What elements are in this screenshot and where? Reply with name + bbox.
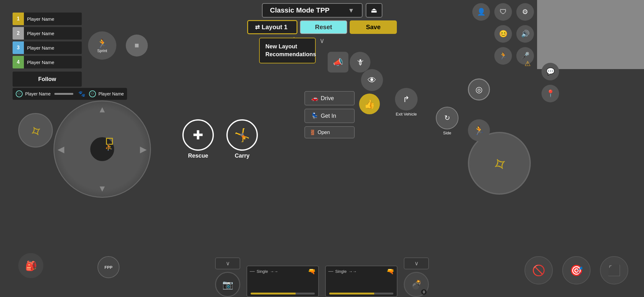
drive-button[interactable]: 🚗 Drive <box>304 91 355 105</box>
bullet-icon-left: ⟡ <box>26 120 45 141</box>
save-button[interactable]: Save <box>350 20 397 34</box>
gear-icon: ⚙ <box>522 8 528 16</box>
open-icon: 🚪 <box>309 129 316 135</box>
shield-icon: 🛡 <box>500 8 507 16</box>
fpp-button[interactable]: FPP <box>97 256 119 278</box>
player-icon-button[interactable]: 👤 <box>472 3 490 21</box>
exit-vehicle-button[interactable]: ↱ Exit Vehicle <box>395 88 418 116</box>
prone-button[interactable]: ⬛ <box>600 256 628 284</box>
extra-action-icon: ⏏ <box>371 6 377 14</box>
joystick-area[interactable]: ▲ ▼ ◀ ▶ ⛹ <box>53 100 151 198</box>
menu-list-button[interactable]: ≡ <box>126 35 148 57</box>
sprint-button[interactable]: 🏃 Sprint <box>88 31 116 60</box>
get-in-button[interactable]: 💺 Get In <box>304 109 355 123</box>
carry-icon: 🤸 <box>234 128 250 143</box>
player-num-3: 3 <box>13 41 24 54</box>
tooltip-line2: Recommendations <box>265 51 316 57</box>
get-in-icon: 💺 <box>311 112 318 119</box>
settings-icon-button[interactable]: ⚙ <box>516 3 534 21</box>
player-item-3[interactable]: 3 Player Name <box>13 41 82 54</box>
eye-button[interactable]: 👁 <box>361 69 383 91</box>
smiley-icon-button[interactable]: 😊 <box>494 25 512 43</box>
map-button[interactable]: 📍 <box>541 85 559 102</box>
weapon-slot-2[interactable]: — Single →→ 🔫 <box>325 266 397 297</box>
weapon-slot-1[interactable]: — Single →→ 🔫 <box>247 266 319 297</box>
squad-row: 🛡 Player Name 🐾 🛡 Player Name <box>13 88 127 100</box>
vehicle-buttons: 🚗 Drive 💺 Get In 🚪 Open <box>304 91 355 138</box>
get-in-label: Get In <box>321 113 336 119</box>
weapon-2-mode-row: — Single →→ 🔫 <box>326 266 397 276</box>
megaphone-button[interactable]: 📣 <box>328 52 348 73</box>
run-icon: 🏃 <box>499 52 508 60</box>
carry-label: Carry <box>235 153 249 159</box>
run-right-icon: 🏃 <box>474 125 485 136</box>
player-list: 1 Player Name 2 Player Name 3 Player Nam… <box>13 13 82 87</box>
mic-icon: 🎤 <box>521 52 530 60</box>
backpack-button[interactable]: 🎒 <box>18 253 43 278</box>
weapon-slots: ∨ 📷 — Single →→ 🔫 — Single →→ 🔫 ∨ 💣 0 <box>145 244 499 297</box>
sprint-label: Sprint <box>97 49 107 53</box>
ammo-circle-right: ⟡ <box>468 132 531 195</box>
grenade-count: 0 <box>421 289 427 295</box>
smiley-icon: 😊 <box>499 30 508 38</box>
player-item-2[interactable]: 2 Player Name <box>13 27 82 40</box>
shield-icon-button[interactable]: 🛡 <box>494 3 512 21</box>
knife-icon: 🗡 <box>356 57 364 67</box>
chevron-down-icon: ∨ <box>319 37 325 45</box>
squad-player-name-1: Player Name <box>25 91 51 96</box>
squad-weapon-bar <box>54 93 73 95</box>
run-icon-button[interactable]: 🏃 <box>494 47 512 65</box>
like-button[interactable]: 👍 <box>359 94 380 114</box>
squad-shield-icon-2: 🛡 <box>89 90 96 97</box>
layout-button[interactable]: ⇄ Layout 1 <box>247 20 297 34</box>
joystick-outer[interactable]: ▲ ▼ ◀ ▶ ⛹ <box>53 100 151 198</box>
follow-button[interactable]: Follow <box>13 72 82 87</box>
right-icons-row2: 😊 🔊 <box>494 25 534 43</box>
mode-label: Classic Mode TPP <box>270 6 330 14</box>
fpp-label: FPP <box>104 265 112 270</box>
shield-cross-icon: 🚫 <box>532 264 545 277</box>
joystick-arrow-down: ▼ <box>98 184 107 194</box>
chevron-down-row[interactable]: ∨ <box>319 37 325 45</box>
new-layout-tooltip: New Layout Recommendations <box>259 38 316 63</box>
squad-shield-icon-1: 🛡 <box>16 90 23 97</box>
sniper-button[interactable]: 🎯 <box>562 256 591 284</box>
joystick-arrow-left: ◀ <box>58 144 64 154</box>
player-item-1[interactable]: 1 Player Name <box>13 13 82 25</box>
player-name-2: Player Name <box>24 27 82 40</box>
weapon-1-ammo-bar <box>251 293 314 294</box>
grenade-button[interactable]: 💣 0 <box>404 272 429 297</box>
scope-icon: ◎ <box>475 85 483 94</box>
squad-display: 🛡 Player Name 🐾 🛡 Player Name <box>13 88 127 100</box>
rescue-carry-area: ✚ Rescue 🤸 Carry <box>182 119 258 159</box>
volume-icon-button[interactable]: 🔊 <box>516 25 534 43</box>
exit-vehicle-circle: ↱ <box>395 88 418 111</box>
left-weapon-dropdown[interactable]: ∨ <box>215 257 240 269</box>
rescue-icon: ✚ <box>193 128 203 142</box>
scope-button[interactable]: ◎ <box>468 78 490 100</box>
squad-player-name-2: Player Name <box>98 91 124 96</box>
reset-button[interactable]: Reset <box>300 20 347 34</box>
knife-button[interactable]: 🗡 <box>350 52 370 73</box>
shield-cross-button[interactable]: 🚫 <box>525 256 553 284</box>
chat-button[interactable]: 💬 <box>541 63 559 80</box>
exit-vehicle-label: Exit Vehicle <box>396 112 417 116</box>
mode-dropdown[interactable]: Classic Mode TPP ▼ <box>262 3 363 18</box>
rescue-label: Rescue <box>188 153 208 159</box>
weapon-1-mode-icon: — <box>250 268 255 274</box>
run-icon-right-button[interactable]: 🏃 <box>468 119 490 141</box>
left-weapon-icon-button[interactable]: 📷 <box>215 272 240 297</box>
mode-dropdown-arrow: ▼ <box>348 7 354 14</box>
menu-list-icon: ≡ <box>135 41 139 50</box>
open-button[interactable]: 🚪 Open <box>304 126 355 138</box>
backpack-icon: 🎒 <box>25 260 37 271</box>
right-weapon-dropdown[interactable]: ∨ <box>404 257 429 269</box>
open-label: Open <box>318 130 330 135</box>
player-item-4[interactable]: 4 Player Name <box>13 56 82 68</box>
extra-action-button[interactable]: ⏏ <box>366 3 382 18</box>
squad-animal-icon: 🐾 <box>77 91 86 97</box>
side-button[interactable]: ↻ Side <box>436 107 458 135</box>
carry-button[interactable]: 🤸 Carry <box>226 119 258 159</box>
weapon-2-ammo-bar <box>329 293 393 294</box>
rescue-button[interactable]: ✚ Rescue <box>182 119 214 159</box>
